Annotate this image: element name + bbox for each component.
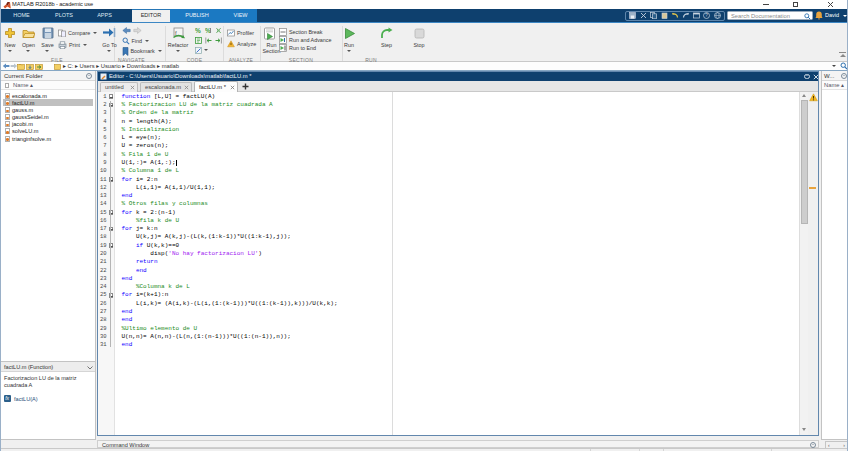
svg-text:%: % [195, 27, 201, 34]
